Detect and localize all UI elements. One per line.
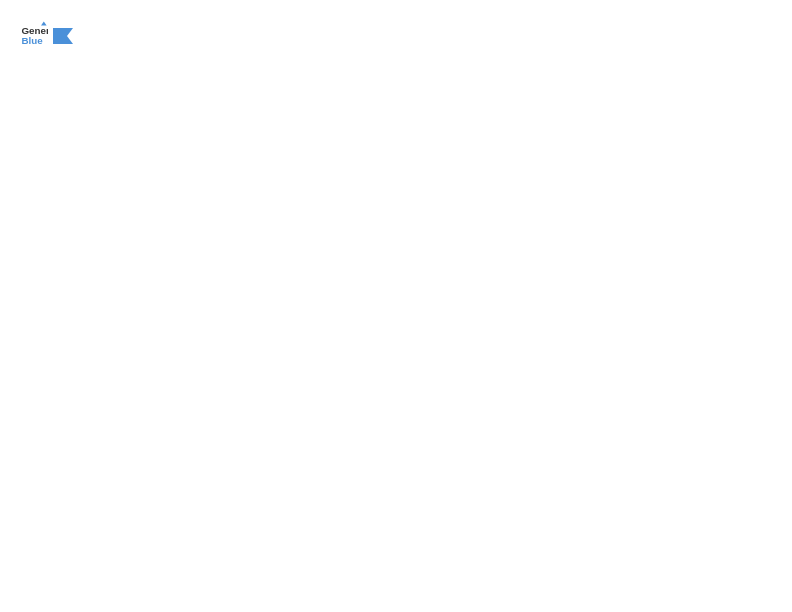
logo: General Blue bbox=[20, 20, 74, 48]
logo-flag-icon bbox=[53, 28, 73, 44]
svg-marker-2 bbox=[41, 21, 47, 25]
svg-marker-3 bbox=[53, 28, 73, 44]
header: General Blue bbox=[20, 20, 772, 48]
logo-icon: General Blue bbox=[20, 20, 48, 48]
svg-text:Blue: Blue bbox=[21, 35, 43, 46]
